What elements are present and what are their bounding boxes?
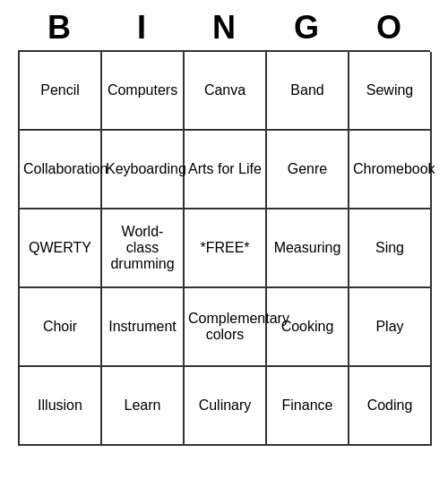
cell-r0-c2: Canva <box>185 52 267 131</box>
cell-text-r1-c2: Arts for Life <box>188 161 262 177</box>
cell-r0-c3: Band <box>267 52 349 131</box>
cell-r4-c2: Culinary <box>185 367 267 446</box>
bingo-header: BINGO <box>18 9 430 47</box>
cell-text-r1-c0: Collaboration <box>23 161 97 177</box>
cell-r2-c0: QWERTY <box>20 209 102 288</box>
cell-text-r2-c4: Sing <box>353 240 426 256</box>
cell-text-r1-c1: Keyboarding <box>106 161 179 177</box>
cell-text-r4-c2: Culinary <box>188 397 262 414</box>
cell-r2-c3: Measuring <box>267 209 349 288</box>
cell-r4-c1: Learn <box>102 367 185 446</box>
cell-r3-c3: Cooking <box>267 288 349 367</box>
header-letter-n: N <box>185 9 263 47</box>
header-letter-o: O <box>349 9 428 47</box>
header-letter-i: I <box>102 9 181 47</box>
cell-text-r2-c3: Measuring <box>271 240 344 256</box>
cell-r1-c3: Genre <box>267 131 349 209</box>
cell-r3-c4: Play <box>349 288 432 367</box>
cell-r0-c4: Sewing <box>349 52 432 131</box>
cell-r2-c4: Sing <box>349 209 432 288</box>
cell-r1-c0: Collaboration <box>20 131 102 209</box>
cell-text-r1-c3: Genre <box>271 161 344 177</box>
cell-text-r0-c3: Band <box>271 82 344 98</box>
cell-r1-c2: Arts for Life <box>185 131 267 209</box>
cell-text-r2-c0: QWERTY <box>23 240 97 256</box>
cell-text-r1-c4: Chromebook <box>353 161 426 177</box>
cell-r3-c1: Instrument <box>102 288 185 367</box>
cell-text-r2-c1: World-class drumming <box>106 224 179 272</box>
cell-r3-c2: Complementary colors <box>185 288 267 367</box>
cell-text-r4-c4: Coding <box>353 397 426 414</box>
header-letter-b: B <box>20 9 99 47</box>
cell-text-r4-c0: Illusion <box>23 397 97 414</box>
cell-text-r2-c2: *FREE* <box>188 240 262 256</box>
cell-r1-c1: Keyboarding <box>102 131 185 209</box>
cell-text-r3-c3: Cooking <box>271 319 344 335</box>
cell-r4-c3: Finance <box>267 367 349 446</box>
cell-r0-c0: Pencil <box>20 52 102 131</box>
cell-text-r0-c4: Sewing <box>353 82 426 98</box>
cell-text-r0-c2: Canva <box>188 82 262 98</box>
cell-text-r4-c1: Learn <box>106 397 179 414</box>
cell-text-r4-c3: Finance <box>271 397 344 414</box>
header-letter-g: G <box>267 9 346 47</box>
cell-text-r0-c0: Pencil <box>23 82 97 98</box>
cell-text-r3-c1: Instrument <box>106 319 179 335</box>
cell-r1-c4: Chromebook <box>349 131 432 209</box>
cell-r0-c1: Computers <box>102 52 185 131</box>
cell-text-r0-c1: Computers <box>106 82 179 98</box>
cell-r4-c4: Coding <box>349 367 432 446</box>
cell-text-r3-c0: Choir <box>23 319 97 335</box>
bingo-grid: PencilComputersCanvaBandSewingCollaborat… <box>18 50 430 446</box>
cell-text-r3-c2: Complementary colors <box>188 311 262 343</box>
cell-text-r3-c4: Play <box>353 319 426 335</box>
cell-r2-c1: World-class drumming <box>102 209 185 288</box>
cell-r4-c0: Illusion <box>20 367 102 446</box>
cell-r3-c0: Choir <box>20 288 102 367</box>
cell-r2-c2: *FREE* <box>185 209 267 288</box>
